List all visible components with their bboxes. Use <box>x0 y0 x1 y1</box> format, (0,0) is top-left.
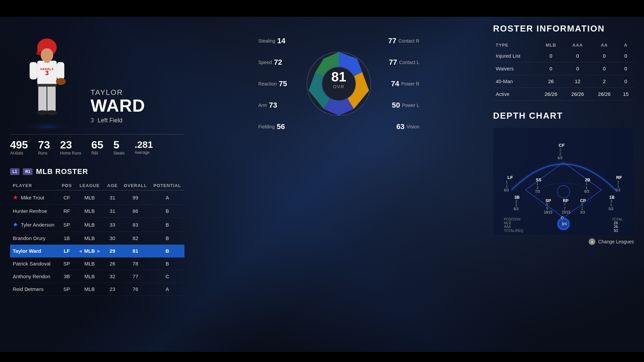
player-age: 32 <box>104 270 121 283</box>
player-league: MLB <box>75 218 104 232</box>
ri-col-aa: AA <box>591 41 618 50</box>
col-player: PLAYER <box>10 181 59 190</box>
svg-text:2: 2 <box>559 148 561 152</box>
table-row[interactable]: Patrick Sandoval SP MLB 26 78 B <box>10 257 184 270</box>
radar-stat-fielding: Fielding 56 <box>258 122 287 131</box>
svg-text:2: 2 <box>506 184 508 188</box>
svg-text:23/15: 23/15 <box>562 210 571 214</box>
roster-table: PLAYER POS LEAGUE AGE OVERALL POTENTIAL … <box>10 181 184 296</box>
svg-text:2: 2 <box>536 186 538 190</box>
ri-a: 0 <box>618 75 634 88</box>
table-row[interactable]: Anthony Rendon 3B MLB 32 77 C <box>10 270 184 283</box>
col-potential: POTENTIAL <box>150 181 184 190</box>
roster-info-row: 40-Man 26 12 2 0 <box>493 75 634 88</box>
svg-text:CP: CP <box>580 198 586 203</box>
svg-text:6/3: 6/3 <box>514 207 519 211</box>
ri-aaa: 0 <box>564 62 591 75</box>
player-potential: A <box>150 190 184 205</box>
runs-label: Runs <box>38 151 47 156</box>
svg-text:RP: RP <box>563 198 569 203</box>
svg-rect-12 <box>37 84 57 86</box>
ri-type: 40-Man <box>493 75 538 88</box>
player-age: 31 <box>104 205 121 218</box>
star-blue-icon: ★ <box>13 221 18 228</box>
badge-r1[interactable]: R1 <box>23 168 33 175</box>
col-pos: POS <box>59 181 75 190</box>
player-overall: 77 <box>121 270 150 283</box>
svg-text:1: 1 <box>617 184 619 188</box>
svg-text:5/3: 5/3 <box>615 188 621 192</box>
table-row[interactable]: ★ Mike Trout CF MLB 31 99 A <box>10 190 184 205</box>
ri-type: Active <box>493 88 538 101</box>
svg-text:6/3: 6/3 <box>504 188 509 192</box>
svg-text:1: 1 <box>617 180 619 184</box>
table-row[interactable]: Hunter Renfroe RF MLB 31 86 B <box>10 205 184 218</box>
ri-type: Waivers <box>493 62 538 75</box>
svg-text:SP: SP <box>545 198 551 203</box>
player-potential: B <box>150 205 184 218</box>
contact-r-label: Contact R <box>398 38 419 44</box>
player-name: ★ Tyler Anderson <box>10 218 59 232</box>
svg-text:AAA: AAA <box>504 225 511 229</box>
svg-text:8/6: 8/6 <box>562 222 567 226</box>
radar-stat-contact-r: Contact R 77 <box>388 37 419 45</box>
player-pos: SP <box>59 283 75 296</box>
top-bar <box>0 0 644 17</box>
radar-chart: 81 OVR <box>305 50 372 117</box>
table-row[interactable]: Reid Detmers SP MLB 23 76 A <box>10 283 184 296</box>
right-section: ROSTER INFORMATION TYPE MLB AAA AA A Inj… <box>493 23 634 345</box>
table-row[interactable]: Brandon Drury 1B MLB 30 82 B <box>10 232 184 245</box>
radar-stat-arm: Arm 73 <box>258 101 287 110</box>
table-row[interactable]: ★ Tyler Anderson SP MLB 33 83 B <box>10 218 184 232</box>
runs-value: 73 <box>38 139 50 150</box>
player-age: 33 <box>104 218 121 232</box>
ri-aaa: 0 <box>564 50 591 62</box>
col-age: AGE <box>104 181 121 190</box>
player-overall: 82 <box>121 232 150 245</box>
player-silhouette: 3 ANGELS <box>10 30 84 131</box>
roster-info-table: TYPE MLB AAA AA A Injured List 0 0 0 0 W… <box>493 41 634 101</box>
ri-aa: 0 <box>591 50 618 62</box>
change-leagues-icon[interactable]: ● <box>589 238 595 245</box>
reaction-value: 75 <box>279 79 287 88</box>
speed-value: 72 <box>274 58 282 67</box>
badge-l1[interactable]: L1 <box>10 168 19 175</box>
svg-text:18/15: 18/15 <box>544 210 552 214</box>
svg-point-15 <box>56 78 66 85</box>
radar-stat-vision: Vision 63 <box>388 122 419 131</box>
depth-chart-visual: LF 1 2 6/3 CF 2 2 6/3 RF 1 1 5/3 SS <box>493 128 634 235</box>
depth-chart-title: DEPTH CHART <box>493 111 634 121</box>
table-row[interactable]: Taylor Ward LF ◄ MLB ► 29 81 B <box>10 245 184 257</box>
roster-info-row: Waivers 0 0 0 0 <box>493 62 634 75</box>
player-overall: 76 <box>121 283 150 296</box>
ri-a: 15 <box>618 88 634 101</box>
stat-steals: 5 Steals <box>113 139 124 156</box>
svg-text:7/3: 7/3 <box>535 190 540 193</box>
player-age: 29 <box>104 245 121 257</box>
player-overall: 99 <box>121 190 150 205</box>
arrow-right-icon[interactable]: ► <box>96 248 101 254</box>
vision-label: Vision <box>407 124 419 129</box>
left-section: 3 ANGELS <box>10 23 184 345</box>
ri-aaa: 12 <box>564 75 591 88</box>
player-pos: LF <box>59 245 75 257</box>
arrow-left-icon[interactable]: ◄ <box>78 248 83 254</box>
power-r-value: 74 <box>391 79 399 88</box>
change-leagues[interactable]: ● Change Leagues <box>493 238 634 245</box>
radar-stat-stealing: Stealing 14 <box>258 37 287 45</box>
ri-mlb: 0 <box>538 50 565 62</box>
player-age: 30 <box>104 232 121 245</box>
svg-text:5: 5 <box>546 203 548 206</box>
ri-type: Injured List <box>493 50 538 62</box>
svg-text:3/3: 3/3 <box>580 210 585 214</box>
contact-l-label: Contact L <box>399 60 419 65</box>
svg-text:1: 1 <box>586 182 588 186</box>
at-bats-label: At-Bats <box>10 151 23 156</box>
svg-rect-8 <box>30 62 37 79</box>
star-red-icon: ★ <box>13 194 18 201</box>
power-r-label: Power R <box>401 81 419 86</box>
svg-rect-16 <box>44 59 50 63</box>
ri-a: 0 <box>618 62 634 75</box>
player-potential: B <box>150 245 184 257</box>
player-league: ◄ MLB ► <box>75 245 104 257</box>
